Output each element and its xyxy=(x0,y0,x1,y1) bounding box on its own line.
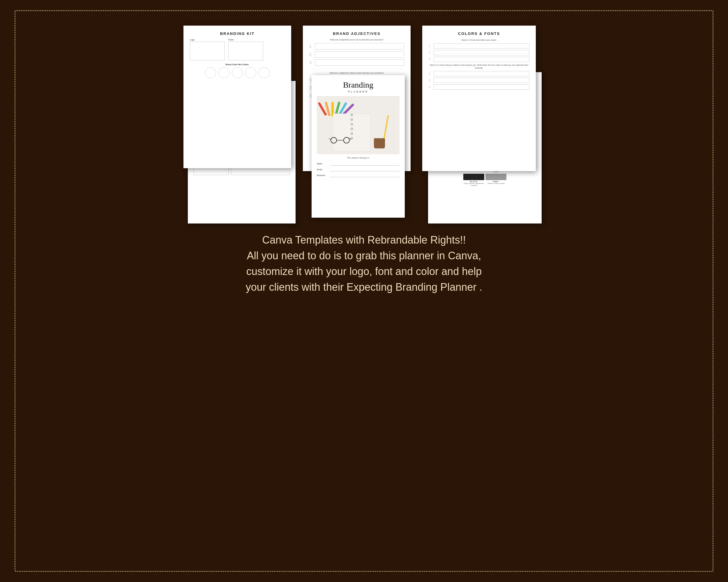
cp-cell-grey: GREY Timeless, neutral, rounded xyxy=(486,174,506,186)
cf-subtitle1: Select 2-3 fonts that reflect your brand… xyxy=(428,39,529,41)
bottom-text: Canva Templates with Rebrandable Rights!… xyxy=(223,232,505,295)
cf-n1: 1 xyxy=(428,44,432,48)
bottom-line1: Canva Templates with Rebrandable Rights!… xyxy=(246,232,482,248)
planner-email-field[interactable] xyxy=(330,167,399,171)
cf-color-1[interactable] xyxy=(434,71,529,76)
adjectives-title: BRAND ADJECTIVES xyxy=(309,31,404,36)
planner-title: Branding xyxy=(317,80,399,90)
cf-font-1[interactable] xyxy=(434,44,529,49)
planner-business-label: Business xyxy=(317,174,329,176)
planner-name-label: Name xyxy=(317,163,329,165)
logo-label: Logo: xyxy=(190,39,225,41)
hex-circle-3 xyxy=(232,67,243,78)
coffee-cup-icon xyxy=(374,138,385,148)
col-left: BRANDING KIT Logo: Fonts: Brand Color He… xyxy=(183,26,294,223)
adjectives-q2: What are 3 adjectives others would descr… xyxy=(309,72,404,74)
cf-nc2: 2 xyxy=(428,79,432,82)
spiral-hole-4 xyxy=(350,128,353,130)
notebook-pad xyxy=(333,113,371,151)
adj-row-3: 3 xyxy=(309,59,404,66)
spiral-holes xyxy=(350,114,353,139)
glasses-icon xyxy=(329,137,352,144)
planner-image-area xyxy=(317,96,399,154)
cf-subtitle2: Select 2-3 colors that you relate to and… xyxy=(428,64,529,70)
logo-box xyxy=(190,41,225,60)
adj-num-1: 1 xyxy=(309,44,313,49)
pages-container: BRANDING KIT Logo: Fonts: Brand Color He… xyxy=(27,26,701,223)
branding-kit-title: BRANDING KIT xyxy=(190,31,285,36)
bottom-line3: customize it with your logo, font and co… xyxy=(246,264,482,279)
adj-num-2: 2 xyxy=(309,52,313,57)
adj-num-3: 3 xyxy=(309,60,313,65)
adj-input-2[interactable] xyxy=(315,51,404,58)
cp-swatch-black xyxy=(463,174,484,180)
cp-cell-black: BLACK Strong, powerful, sophisticated, m… xyxy=(463,174,484,186)
hex-circle-5 xyxy=(259,67,270,78)
fonts-box xyxy=(228,41,263,60)
cf-n3: 3 xyxy=(428,58,432,61)
adj-row-2: 2 xyxy=(309,51,404,58)
planner-belongs: This planner belongs to xyxy=(317,157,399,159)
planner-name-row: Name xyxy=(317,162,399,166)
hex-circle-4 xyxy=(245,67,256,78)
hex-circle-1 xyxy=(205,67,216,78)
cf-font-2[interactable] xyxy=(434,50,529,55)
col-right: COLORS & FONTS Select 2-3 fonts that ref… xyxy=(422,26,545,223)
adj-row-1: 1 xyxy=(309,43,404,50)
cf-font-3[interactable] xyxy=(434,57,529,62)
bottom-line2: All you need to do is to grab this plann… xyxy=(246,248,482,264)
cf-color-3[interactable] xyxy=(434,84,529,90)
svg-point-1 xyxy=(344,137,349,143)
planner-email-label: Email xyxy=(317,168,329,170)
spiral-hole-3 xyxy=(350,123,353,126)
fonts-label: Fonts: xyxy=(228,39,263,41)
planner-name-field[interactable] xyxy=(330,162,399,166)
cp-desc-grey: Timeless, neutral, rounded xyxy=(486,183,506,185)
spiral-hole-5 xyxy=(350,132,353,135)
planner-business-row: Business xyxy=(317,173,399,177)
planner-subtitle: PLANNER xyxy=(317,90,399,93)
cf-nc3: 3 xyxy=(428,86,432,89)
adj-input-3[interactable] xyxy=(315,59,404,66)
page-planner-cover: Branding PLANNER xyxy=(312,75,405,218)
cp-desc-black: Strong, powerful, sophisticated, marketi… xyxy=(463,183,484,186)
adjectives-q1: What are 3 adjectives you'd use to descr… xyxy=(309,39,404,41)
svg-point-0 xyxy=(331,137,337,143)
page-branding-kit: BRANDING KIT Logo: Fonts: Brand Color He… xyxy=(183,26,291,168)
hex-label: Brand Color Hex Codes: xyxy=(190,63,285,65)
adj-input-1[interactable] xyxy=(315,43,404,50)
col-center: BRAND ADJECTIVES What are 3 adjectives y… xyxy=(303,26,414,223)
hex-circle-2 xyxy=(218,67,230,78)
hex-circles xyxy=(190,67,285,78)
cf-nc1: 1 xyxy=(428,72,432,75)
page-colors-fonts: COLORS & FONTS Select 2-3 fonts that ref… xyxy=(422,26,536,171)
svg-line-3 xyxy=(329,138,331,140)
spiral-hole-1 xyxy=(350,114,353,116)
svg-line-4 xyxy=(349,138,351,140)
cp-swatch-grey xyxy=(486,174,506,180)
bottom-line4: your clients with their Expecting Brandi… xyxy=(246,279,482,295)
planner-business-field[interactable] xyxy=(330,173,399,177)
outer-border: BRANDING KIT Logo: Fonts: Brand Color He… xyxy=(15,10,713,572)
planner-email-row: Email xyxy=(317,167,399,171)
cf-color-2[interactable] xyxy=(434,78,529,83)
cf-n2: 2 xyxy=(428,51,432,54)
spiral-hole-2 xyxy=(350,118,353,121)
colors-fonts-title: COLORS & FONTS xyxy=(428,31,529,36)
